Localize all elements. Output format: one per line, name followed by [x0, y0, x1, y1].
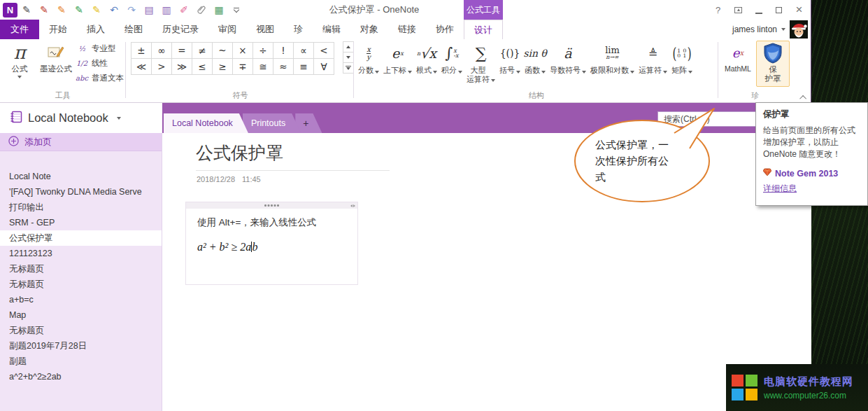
tab-review[interactable]: 审阅	[208, 20, 246, 39]
page-list-item[interactable]: 无标题页	[0, 261, 162, 277]
tab-design[interactable]: 设计	[464, 20, 503, 39]
resize-handle-icon[interactable]	[350, 204, 356, 207]
undo-icon[interactable]: ↶	[106, 1, 122, 18]
page-list-item[interactable]: 无标题页	[0, 277, 162, 292]
ink-equation-button[interactable]: 墨迹公式	[38, 41, 74, 87]
favorite-pen-icon[interactable]: ✐	[176, 1, 192, 18]
page-list-item[interactable]: '[FAQ] Twonky DLNA Media Serve	[0, 184, 162, 200]
tab-gem[interactable]: 珍	[284, 20, 313, 39]
symbol-cell[interactable]: ≡	[293, 58, 314, 75]
protect-shield-button[interactable]: 保护罩	[756, 41, 790, 87]
linear-button[interactable]: 1/2 线性	[76, 56, 124, 71]
notebook-dropdown[interactable]: Local Notebook	[0, 103, 162, 133]
redo-icon[interactable]: ↷	[123, 1, 140, 18]
symbol-cell[interactable]: ≫	[171, 58, 192, 75]
symbol-cell[interactable]: !	[273, 42, 294, 59]
qat-more-icon[interactable]	[228, 1, 245, 18]
structure-fraction-button[interactable]: xy分数	[357, 41, 380, 83]
tab-draw[interactable]: 绘图	[115, 20, 152, 39]
symbol-cell[interactable]: ÷	[252, 42, 273, 59]
pen-orange-icon[interactable]: ✎	[53, 1, 70, 18]
tab-link[interactable]: 链接	[388, 20, 426, 39]
collapse-ribbon-button[interactable]	[798, 92, 809, 102]
table-icon[interactable]: ▦	[211, 1, 227, 18]
page-list-item[interactable]: 公式保护罩	[0, 230, 162, 246]
structure-matrix-button[interactable]: (1 00 1)矩阵	[670, 41, 694, 83]
outline-drag-handle[interactable]	[186, 202, 357, 209]
structure-function-button[interactable]: sin θ函数	[523, 41, 547, 83]
tab-history[interactable]: 历史记录	[152, 20, 208, 39]
minimize-button[interactable]	[748, 0, 769, 20]
structure-radical-button[interactable]: n√x根式	[415, 41, 439, 83]
pen-green-icon[interactable]: ✎	[71, 1, 87, 18]
section-tab-printouts[interactable]: Printouts	[243, 113, 301, 133]
close-button[interactable]: ×	[789, 0, 809, 20]
structure-accent-button[interactable]: ä导数符号	[548, 41, 588, 83]
ribbon-display-options-button[interactable]	[728, 0, 748, 20]
symbol-cell[interactable]: ≅	[252, 58, 273, 75]
structure-limit-log-button[interactable]: limn→∞极限和对数	[589, 41, 636, 83]
page-list-item[interactable]: 副题2019年7月28日	[0, 338, 162, 354]
tab-view[interactable]: 视图	[246, 20, 284, 39]
symbol-cell[interactable]: ≤	[192, 58, 213, 75]
symbol-cell[interactable]: ∀	[313, 58, 334, 75]
symbol-cell[interactable]: ±	[131, 42, 152, 59]
symbol-cell[interactable]: ≈	[273, 58, 294, 75]
dock-to-desktop-icon[interactable]: ▥	[158, 1, 175, 18]
page-list-item[interactable]: 无标题页	[0, 323, 162, 338]
symbol-cell[interactable]: =	[171, 42, 192, 59]
equation-button[interactable]: π 公式	[3, 41, 36, 87]
pen-red-icon[interactable]: ✎	[36, 1, 52, 18]
attach-file-icon[interactable]	[193, 1, 210, 18]
structure-script-button[interactable]: ex上下标	[382, 41, 413, 83]
symbol-cell[interactable]: >	[151, 58, 172, 75]
content-outline[interactable]: 使用 Alt+=，来输入线性公式 a² + b² ≥ 2ab	[185, 202, 358, 285]
structure-large-operator-button[interactable]: ∑大型运算符	[465, 41, 497, 83]
gallery-scroll-up-button[interactable]	[343, 41, 354, 53]
symbol-cell[interactable]: ∞	[151, 42, 172, 59]
page-list-item[interactable]: Local Note	[0, 169, 162, 184]
contextual-tab-group-header[interactable]: 公式工具	[464, 0, 503, 20]
symbol-cell[interactable]: ≪	[131, 58, 152, 75]
page-list-item[interactable]: 121123123	[0, 246, 162, 261]
full-page-view-icon[interactable]: ▤	[141, 1, 157, 18]
page-list-item[interactable]: a^2+b^2≥2ab	[0, 369, 162, 384]
equation-text[interactable]: a² + b² ≥ 2ab	[197, 241, 357, 253]
structure-operator-button[interactable]: ≜运算符	[637, 41, 669, 83]
symbol-cell[interactable]: ∓	[232, 58, 253, 75]
account-area[interactable]: james linton	[732, 20, 808, 39]
tab-insert[interactable]: 插入	[77, 20, 115, 39]
highlighter-yellow-icon[interactable]: ✎	[88, 1, 105, 18]
tab-file[interactable]: 文件	[0, 20, 39, 39]
page-list-item[interactable]: a+b=c	[0, 292, 162, 307]
section-tab-local-notebook[interactable]: Local Notebook	[164, 113, 248, 133]
gallery-more-button[interactable]	[343, 62, 354, 74]
symbol-cell[interactable]: ≥	[212, 58, 233, 75]
plus-circle-icon	[8, 136, 19, 148]
help-button[interactable]: ?	[708, 0, 728, 20]
symbol-cell[interactable]: ~	[212, 42, 233, 59]
maximize-button[interactable]	[769, 0, 789, 20]
symbol-cell[interactable]: <	[313, 42, 334, 59]
professional-button[interactable]: ½ 专业型	[76, 41, 124, 56]
page-list-item[interactable]: Map	[0, 307, 162, 323]
normal-text-button[interactable]: abc 普通文本	[76, 71, 124, 85]
gallery-scroll-down-button[interactable]	[343, 52, 354, 63]
tab-cooperation[interactable]: 协作	[426, 20, 464, 39]
page-list-item[interactable]: SRM - GEP	[0, 215, 162, 230]
add-page-button[interactable]: 添加页	[0, 133, 162, 151]
page-list-item[interactable]: 打印输出	[0, 200, 162, 215]
page-list-item[interactable]: 副题	[0, 354, 162, 369]
tab-object[interactable]: 对象	[350, 20, 388, 39]
symbol-cell[interactable]: ×	[232, 42, 253, 59]
pen-dark-icon[interactable]: ✎	[18, 1, 35, 18]
tab-edit[interactable]: 编辑	[313, 20, 350, 39]
structure-bracket-button[interactable]: {()}括号	[498, 41, 522, 83]
tab-home[interactable]: 开始	[39, 20, 77, 39]
mathml-button[interactable]: ex MathML	[721, 41, 755, 87]
symbol-cell[interactable]: ∝	[293, 42, 314, 59]
page-title[interactable]: 公式保护罩	[196, 141, 283, 165]
tooltip-details-link[interactable]: 详细信息	[763, 183, 860, 195]
symbol-cell[interactable]: ≠	[192, 42, 213, 59]
structure-integral-button[interactable]: ∫x-x积分	[440, 41, 464, 83]
